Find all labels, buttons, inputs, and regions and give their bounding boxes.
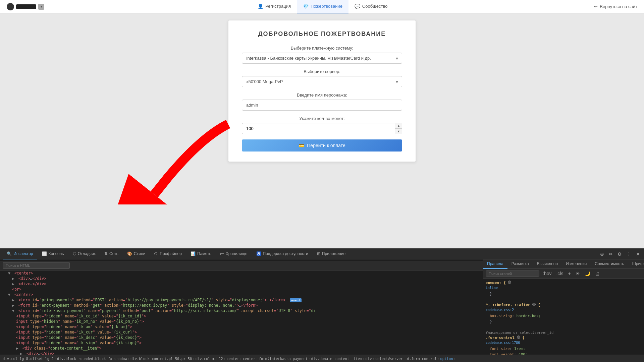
- top-navigation: ▾ 👤 Регистрация 💎 Пожертвование 💬 Сообще…: [0, 0, 644, 13]
- server-select[interactable]: x50'000 Mega-PvP: [242, 76, 402, 87]
- nav-item-donation[interactable]: 💎 Пожертвование: [297, 0, 348, 13]
- donation-icon: 💎: [303, 4, 309, 9]
- character-input[interactable]: [242, 100, 402, 111]
- nav-item-donation-label: Пожертвование: [311, 4, 342, 9]
- nav-item-registration[interactable]: 👤 Регистрация: [252, 0, 297, 13]
- nav-item-community-label: Сообщество: [362, 4, 388, 9]
- submit-label: Перейти к оплате: [307, 143, 345, 148]
- logo-dropdown-icon[interactable]: ▾: [38, 4, 44, 10]
- payment-system-label: Выберите платёжную систему:: [242, 46, 402, 51]
- character-label: Введите имя персонажа:: [242, 93, 402, 98]
- payment-system-select[interactable]: Interkassa - Банковские карты Украины, V…: [242, 53, 402, 64]
- payment-system-group: Выберите платёжную систему: Interkassa -…: [242, 46, 402, 64]
- back-icon: ↩: [594, 4, 598, 9]
- main-content: ДОБРОВОЛЬНОЕ ПОЖЕРТВОВАНИЕ Выберите плат…: [0, 13, 644, 248]
- logo[interactable]: ▾: [7, 3, 44, 10]
- nav-item-community[interactable]: 💬 Сообщество: [348, 0, 394, 13]
- coins-up-btn[interactable]: ▲: [395, 123, 402, 129]
- payment-system-wrapper: Interkassa - Банковские карты Украины, V…: [242, 53, 402, 64]
- coins-label: Укажите кол-во монет:: [242, 116, 402, 121]
- server-group: Выберите сервер: x50'000 Mega-PvP: [242, 69, 402, 87]
- coins-group: Укажите кол-во монет: ▲ ▼: [242, 116, 402, 134]
- coins-down-btn[interactable]: ▼: [395, 129, 402, 134]
- nav-item-registration-label: Регистрация: [265, 4, 291, 9]
- back-label: Вернуться на сайт: [600, 4, 637, 9]
- character-group: Введите имя персонажа:: [242, 93, 402, 111]
- registration-icon: 👤: [258, 4, 263, 9]
- logo-circle-icon: [7, 3, 14, 10]
- submit-icon: 💳: [299, 143, 304, 148]
- server-wrapper: x50'000 Mega-PvP: [242, 76, 402, 87]
- submit-button[interactable]: 💳 Перейти к оплате: [242, 139, 402, 152]
- coins-spinners: ▲ ▼: [395, 123, 402, 134]
- donation-panel: ДОБРОВОЛЬНОЕ ПОЖЕРТВОВАНИЕ Выберите плат…: [228, 20, 416, 162]
- server-label: Выберите сервер:: [242, 69, 402, 74]
- logo-text-icon: [16, 4, 36, 9]
- coins-wrapper: ▲ ▼: [242, 123, 402, 134]
- back-to-site[interactable]: ↩ Вернуться на сайт: [594, 4, 637, 9]
- community-icon: 💬: [355, 4, 360, 9]
- coins-input[interactable]: [242, 123, 402, 134]
- nav-items: 👤 Регистрация 💎 Пожертвование 💬 Сообщест…: [58, 0, 587, 13]
- donation-title: ДОБРОВОЛЬНОЕ ПОЖЕРТВОВАНИЕ: [242, 31, 402, 38]
